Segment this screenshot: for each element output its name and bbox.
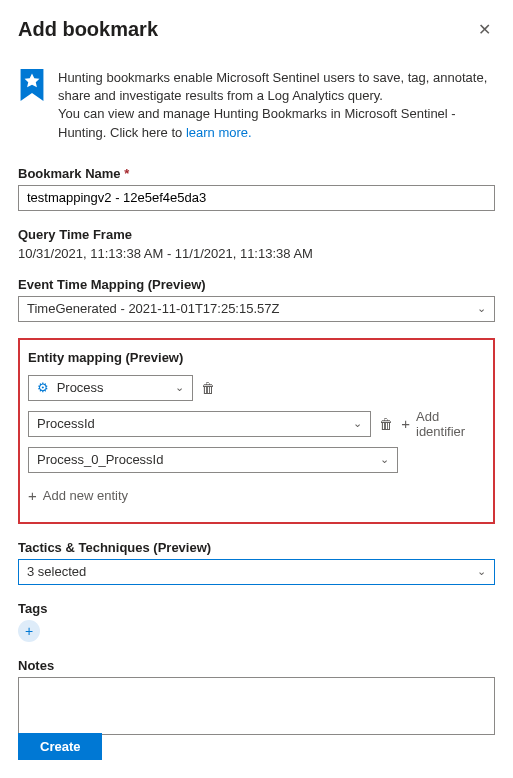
notes-textarea[interactable] — [18, 677, 495, 735]
required-asterisk: * — [124, 166, 129, 181]
event-time-mapping-label: Event Time Mapping (Preview) — [18, 277, 495, 292]
page-title: Add bookmark — [18, 18, 158, 41]
add-identifier-button[interactable]: + Add identifier — [401, 409, 485, 439]
chevron-down-icon: ⌄ — [380, 453, 389, 466]
query-time-frame-value: 10/31/2021, 11:13:38 AM - 11/1/2021, 11:… — [18, 246, 495, 261]
info-text: Hunting bookmarks enable Microsoft Senti… — [58, 69, 495, 142]
create-button[interactable]: Create — [18, 733, 102, 760]
chevron-down-icon: ⌄ — [175, 381, 184, 394]
plus-icon: + — [401, 415, 410, 432]
tags-label: Tags — [18, 601, 495, 616]
field-select[interactable]: Process_0_ProcessId ⌄ — [28, 447, 398, 473]
entity-mapping-label: Entity mapping (Preview) — [28, 350, 485, 365]
info-block: Hunting bookmarks enable Microsoft Senti… — [18, 69, 495, 142]
entity-mapping-section: Entity mapping (Preview) ⚙ Process ⌄ 🗑 P… — [18, 338, 495, 524]
tactics-select[interactable]: 3 selected ⌄ — [18, 559, 495, 585]
plus-icon: + — [28, 487, 37, 504]
trash-icon[interactable]: 🗑 — [201, 380, 215, 396]
tactics-label: Tactics & Techniques (Preview) — [18, 540, 495, 555]
entity-type-select[interactable]: ⚙ Process ⌄ — [28, 375, 193, 401]
tactics-value: 3 selected — [27, 564, 86, 579]
notes-label: Notes — [18, 658, 495, 673]
chevron-down-icon: ⌄ — [353, 417, 362, 430]
learn-more-link[interactable]: learn more. — [186, 125, 252, 140]
event-time-mapping-select[interactable]: TimeGenerated - 2021-11-01T17:25:15.57Z … — [18, 296, 495, 322]
bookmark-name-label: Bookmark Name * — [18, 166, 495, 181]
field-value: Process_0_ProcessId — [37, 452, 163, 467]
gear-icon: ⚙ — [37, 380, 49, 395]
trash-icon[interactable]: 🗑 — [379, 416, 393, 432]
event-time-mapping-value: TimeGenerated - 2021-11-01T17:25:15.57Z — [27, 301, 279, 316]
bookmark-icon — [18, 69, 46, 101]
plus-icon: + — [25, 623, 33, 639]
query-time-frame-label: Query Time Frame — [18, 227, 495, 242]
info-line2: You can view and manage Hunting Bookmark… — [58, 106, 456, 139]
identifier-select[interactable]: ProcessId ⌄ — [28, 411, 371, 437]
bookmark-name-input[interactable] — [18, 185, 495, 211]
chevron-down-icon: ⌄ — [477, 565, 486, 578]
add-tag-button[interactable]: + — [18, 620, 40, 642]
chevron-down-icon: ⌄ — [477, 302, 486, 315]
entity-type-value: Process — [57, 380, 104, 395]
add-new-entity-button[interactable]: + Add new entity — [28, 487, 128, 504]
close-icon[interactable]: ✕ — [474, 18, 495, 41]
info-line1: Hunting bookmarks enable Microsoft Senti… — [58, 70, 487, 103]
identifier-value: ProcessId — [37, 416, 95, 431]
